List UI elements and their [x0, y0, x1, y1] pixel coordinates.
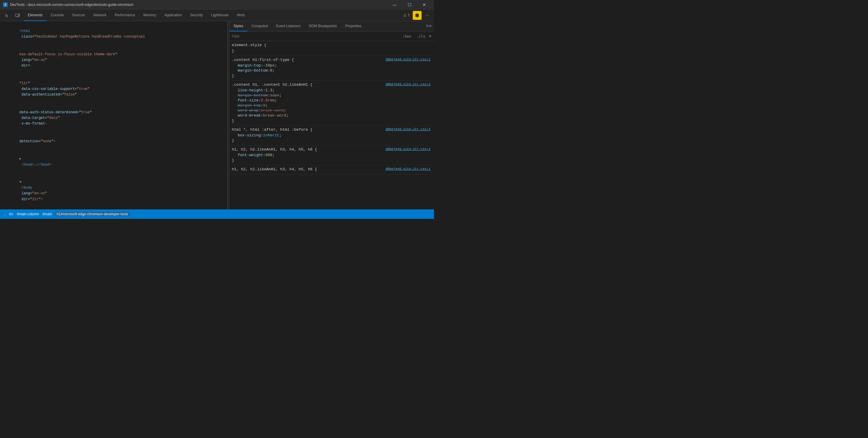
tab-lighthouse[interactable]: Lighthouse	[207, 9, 233, 21]
html-line: data-auth-status-determined="true" data-…	[0, 104, 227, 133]
css-closing: }	[232, 48, 430, 54]
css-selector: h1, h2, h2.likeAnH1, h3, h4, h5, h6 {	[232, 147, 317, 152]
tab-event-listeners[interactable]: Event Listeners	[272, 21, 305, 31]
breadcrumb-h1[interactable]: h1#microsoft-edge-chromium-developer-too…	[55, 212, 129, 216]
css-selector: .content h1, .content h2.likeAnH1 {	[232, 83, 312, 87]
status-more[interactable]: ...	[4, 212, 6, 216]
css-selector-row: .content h1:first-of-type { d8be7e4d.sit…	[232, 58, 430, 63]
tab-styles[interactable]: Styles	[229, 21, 247, 31]
css-rule: .content h1, .content h2.likeAnH1 { d8be…	[229, 81, 434, 126]
html-line: "ltr" data-css-variable-support="true" d…	[0, 75, 227, 104]
css-selector: h1, h2, h2.likeAnH1, h3, h4, h5, h6 {	[232, 167, 317, 172]
warning-count: 7	[408, 13, 410, 18]
tab-sources[interactable]: Sources	[68, 9, 89, 21]
html-line[interactable]: ▶ <div style="display: none;" id="lightn…	[0, 208, 227, 209]
filter-actions: :hov .cls +	[401, 34, 432, 39]
tab-application[interactable]: Application	[160, 9, 186, 21]
css-property: font-weight: 600;	[232, 153, 430, 157]
tab-dom-breakpoints[interactable]: DOM Breakpoints	[305, 21, 341, 31]
device-icon[interactable]	[13, 11, 22, 20]
devtools-tab-bar: Elements Console Sources Network Perform…	[0, 9, 434, 21]
tab-elements[interactable]: Elements	[24, 9, 47, 21]
styles-panel: Styles Computed Event Listeners DOM Brea…	[229, 21, 434, 209]
warning-badge: ⚠ 7	[401, 13, 411, 18]
css-rules: element.style { } .content h1:first-of-t…	[229, 41, 434, 209]
css-property: margin-bottom: 0;	[232, 68, 430, 73]
html-line: has-default-focus js-focus-visible theme…	[0, 46, 227, 75]
css-property: margin-top: 0;	[232, 103, 430, 108]
breadcrumb-main[interactable]: #main	[42, 212, 52, 216]
css-property: margin-bottom: 12px;	[232, 93, 430, 98]
styles-tab-bar: Styles Computed Event Listeners DOM Brea…	[229, 21, 434, 32]
title-bar: ⚡ DevTools - docs.microsoft.com/en-us/mi…	[0, 0, 434, 9]
css-property: word-break: break-word;	[232, 113, 430, 118]
css-selector: html *, html :after, html :before {	[232, 127, 312, 132]
window-controls: — ☐ ✕	[388, 0, 431, 9]
css-closing: }	[232, 73, 430, 79]
html-line[interactable]: ▼ <body lang="en-us" dir="ltr">	[0, 174, 227, 208]
hov-filter[interactable]: :hov	[401, 34, 413, 39]
html-tree[interactable]: <html class="hasSidebar hasPageActions h…	[0, 21, 227, 209]
css-source[interactable]: d8be7e4d.site-ltr.css:1	[385, 167, 430, 171]
html-line: detection="none">	[0, 133, 227, 150]
css-selector-row: .content h1, .content h2.likeAnH1 { d8be…	[232, 83, 430, 88]
css-property: word-wrap: break-word;	[232, 108, 430, 113]
devtools-icon: ⚡	[3, 2, 8, 7]
tab-properties[interactable]: Properties	[341, 21, 365, 31]
maximize-button[interactable]: ☐	[403, 0, 416, 9]
css-closing: }	[232, 118, 430, 124]
css-property: margin-top: -10px;	[232, 63, 430, 68]
cls-filter[interactable]: .cls	[415, 34, 427, 39]
html-line[interactable]: ▶ <head>…</head>	[0, 150, 227, 174]
main-layout: <html class="hasSidebar hasPageActions h…	[0, 21, 434, 209]
css-rule: .content h1:first-of-type { d8be7e4d.sit…	[229, 56, 434, 81]
css-rule: element.style { }	[229, 41, 434, 56]
css-rule: h1, h2, h2.likeAnH1, h3, h4, h5, h6 { d8…	[229, 165, 434, 174]
close-button[interactable]: ✕	[417, 0, 431, 9]
more-styles-tabs[interactable]: >>	[424, 21, 434, 31]
minimize-button[interactable]: —	[388, 0, 401, 9]
title-bar-left: ⚡ DevTools - docs.microsoft.com/en-us/mi…	[3, 2, 134, 7]
breadcrumb: div #main-column #main h1#microsoft-edge…	[9, 212, 129, 216]
css-selector-row: html *, html :after, html :before { d8be…	[232, 127, 430, 133]
tab-console[interactable]: Console	[47, 9, 68, 21]
css-selector-row: element.style {	[232, 43, 430, 48]
css-source[interactable]: d8be7e4d.site-ltr.css:2	[385, 147, 430, 151]
css-closing: }	[232, 157, 430, 163]
css-property: box-sizing: inherit;	[232, 133, 430, 138]
filter-input[interactable]	[232, 34, 399, 38]
tab-computed[interactable]: Computed	[247, 21, 272, 31]
tab-hints[interactable]: Hints	[233, 9, 249, 21]
css-source[interactable]: d8be7e4d.site-ltr.css:2	[385, 127, 430, 131]
css-selector-row: h1, h2, h2.likeAnH1, h3, h4, h5, h6 { d8…	[232, 147, 430, 153]
css-selector: .content h1:first-of-type {	[232, 58, 294, 62]
filter-bar: :hov .cls +	[229, 32, 434, 41]
tab-bar-actions: ⚠ 7 ⋯	[401, 9, 434, 21]
breadcrumb-main-column[interactable]: #main-column	[17, 212, 39, 216]
breadcrumb-div[interactable]: div	[9, 212, 13, 216]
cursor-icon[interactable]	[3, 11, 12, 20]
css-source[interactable]: d8be7e4d.site-ltr.css:2	[385, 58, 430, 61]
css-rule: h1, h2, h2.likeAnH1, h3, h4, h5, h6 { d8…	[229, 146, 434, 165]
tab-memory[interactable]: Memory	[139, 9, 160, 21]
css-closing: }	[232, 138, 430, 143]
warning-icon: ⚠	[403, 13, 407, 18]
tab-security[interactable]: Security	[186, 9, 207, 21]
css-property: font-size: 2.5rem;	[232, 98, 430, 103]
more-tabs-button[interactable]: ⋯	[423, 11, 432, 20]
svg-rect-1	[18, 14, 19, 16]
css-source[interactable]: d8be7e4d.site-ltr.css:2	[385, 83, 430, 86]
tab-network[interactable]: Network	[89, 9, 111, 21]
add-style-rule[interactable]: +	[429, 34, 432, 39]
css-property: line-height: 1.3;	[232, 88, 430, 93]
window-title: DevTools - docs.microsoft.com/en-us/micr…	[10, 3, 134, 7]
html-line: <html class="hasSidebar hasPageActions h…	[0, 23, 227, 46]
css-selector-row: h1, h2, h2.likeAnH1, h3, h4, h5, h6 { d8…	[232, 167, 430, 172]
tab-performance[interactable]: Performance	[111, 9, 139, 21]
elements-panel: <html class="hasSidebar hasPageActions h…	[0, 21, 228, 209]
css-selector: element.style {	[232, 43, 267, 47]
settings-button[interactable]	[413, 11, 422, 20]
status-bar: ... div #main-column #main h1#microsoft-…	[0, 209, 434, 219]
css-rule: html *, html :after, html :before { d8be…	[229, 126, 434, 146]
